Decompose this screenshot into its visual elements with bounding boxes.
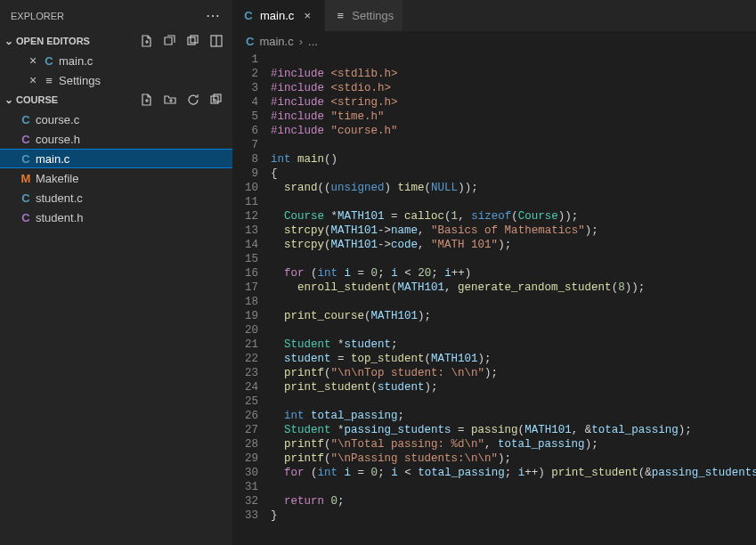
file-label: student.h — [34, 211, 84, 224]
chevron-right-icon: › — [299, 35, 303, 48]
chevron-down-icon: ⌄ — [2, 94, 16, 106]
new-file-icon[interactable] — [140, 34, 154, 48]
new-folder-icon[interactable] — [163, 93, 177, 107]
folder-title: COURSE — [16, 94, 140, 105]
folder-header[interactable]: ⌄ COURSE — [0, 90, 232, 110]
open-editors-header[interactable]: ⌄ OPEN EDITORS — [0, 31, 232, 51]
svg-rect-4 — [214, 94, 221, 102]
file-label: student.c — [34, 191, 83, 205]
line-gutter: 1234567891011121314151617181920212223242… — [233, 53, 271, 545]
file-label: main.c — [34, 152, 69, 166]
file-tree-item[interactable]: Cstudent.c — [0, 188, 232, 207]
code-editor[interactable]: 1234567891011121314151617181920212223242… — [233, 51, 756, 545]
explorer-header: EXPLORER ⋯ — [0, 0, 232, 31]
close-icon[interactable]: × — [25, 53, 41, 68]
tab-label: Settings — [352, 9, 394, 22]
file-icon: C — [18, 211, 34, 224]
file-icon: C — [18, 152, 34, 166]
chevron-down-icon: ⌄ — [2, 35, 16, 47]
file-tree-item[interactable]: MMakefile — [0, 168, 232, 188]
svg-rect-1 — [191, 36, 198, 43]
close-icon[interactable]: × — [25, 73, 41, 87]
file-icon: C — [41, 54, 57, 68]
open-editor-item[interactable]: ×Cmain.c — [0, 51, 232, 70]
save-all-icon[interactable] — [163, 34, 177, 48]
file-icon: ≡ — [334, 9, 346, 22]
explorer-title: EXPLORER — [11, 11, 64, 21]
file-label: Settings — [57, 74, 101, 87]
file-tree-item[interactable]: Ccourse.c — [0, 110, 232, 129]
file-tree-item[interactable]: Cstudent.h — [0, 207, 232, 227]
editor-tab[interactable]: Cmain.c× — [233, 0, 325, 31]
file-icon: C — [18, 113, 34, 126]
file-icon: ≡ — [41, 74, 57, 87]
open-editors-title: OPEN EDITORS — [16, 36, 140, 46]
folder-list: Ccourse.cCcourse.hCmain.cMMakefileCstude… — [0, 110, 232, 227]
explorer-more-icon[interactable]: ⋯ — [206, 9, 222, 23]
close-all-icon[interactable] — [186, 34, 200, 48]
breadcrumb-file: main.c — [259, 35, 293, 48]
collapse-all-icon[interactable] — [209, 93, 224, 107]
file-label: course.h — [34, 133, 80, 146]
file-label: course.c — [34, 113, 79, 126]
refresh-icon[interactable] — [186, 93, 200, 107]
svg-rect-0 — [188, 37, 195, 45]
file-tree-item[interactable]: Ccourse.h — [0, 129, 232, 149]
file-label: Makefile — [34, 172, 78, 185]
tab-label: main.c — [260, 9, 294, 22]
open-editor-item[interactable]: ×≡Settings — [0, 70, 232, 90]
toggle-vertical-icon[interactable] — [209, 34, 224, 48]
breadcrumb-rest: ... — [308, 35, 318, 48]
breadcrumb[interactable]: C main.c › ... — [233, 31, 756, 51]
tab-bar: Cmain.c×≡Settings — [233, 0, 756, 31]
file-icon: C — [242, 9, 255, 22]
file-icon: M — [18, 172, 34, 185]
explorer-sidebar: EXPLORER ⋯ ⌄ OPEN EDITORS ×Cmain.c×≡Sett… — [0, 0, 233, 545]
file-tree-item[interactable]: Cmain.c — [0, 149, 232, 168]
file-c-icon: C — [246, 35, 254, 48]
close-icon[interactable]: × — [299, 9, 315, 22]
file-label: main.c — [57, 54, 93, 68]
editor-tab[interactable]: ≡Settings — [325, 0, 403, 31]
code-content[interactable]: #include <stdlib.h>#include <stdio.h>#in… — [271, 53, 756, 545]
file-icon: C — [18, 191, 34, 205]
editor-group: Cmain.c×≡Settings C main.c › ... 1234567… — [233, 0, 756, 545]
open-editors-list: ×Cmain.c×≡Settings — [0, 51, 232, 90]
new-file-icon[interactable] — [140, 93, 154, 107]
file-icon: C — [18, 133, 34, 146]
